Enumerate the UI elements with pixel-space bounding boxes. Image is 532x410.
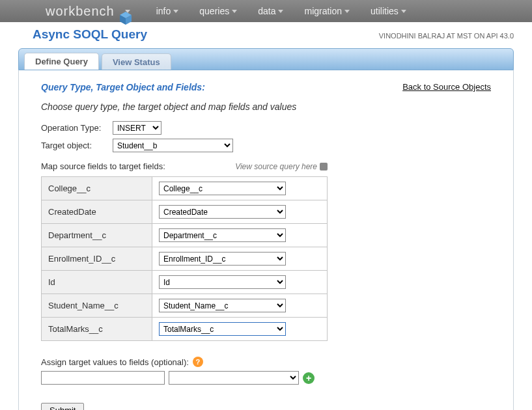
- top-nav: workbench info queries data migration: [0, 0, 532, 22]
- operation-type-select[interactable]: INSERT: [113, 121, 161, 135]
- add-icon[interactable]: +: [303, 372, 315, 384]
- assign-values-row: Assign target values to fields (optional…: [41, 357, 491, 367]
- user-context: VINODHINI BALRAJ AT MST ON API 43.0: [379, 32, 514, 40]
- nav-item-migration[interactable]: migration: [304, 6, 350, 16]
- operation-type-label: Operation Type:: [41, 123, 113, 133]
- target-field-cell: Id: [152, 271, 328, 294]
- chevron-down-icon: [401, 10, 406, 13]
- target-object-row: Target object: Student__b: [41, 139, 491, 152]
- table-row: Department__cDepartment__c: [42, 224, 328, 247]
- source-field-cell: TotalMarks__c: [42, 318, 152, 341]
- field-mapping-table: College__cCollege__cCreatedDateCreatedDa…: [41, 176, 328, 341]
- source-field-cell: Id: [42, 271, 152, 294]
- view-source-query-link[interactable]: View source query here: [235, 162, 328, 171]
- table-row: TotalMarks__cTotalMarks__c: [42, 318, 328, 341]
- operation-type-row: Operation Type: INSERT: [41, 121, 491, 135]
- target-field-select[interactable]: Id: [159, 275, 286, 289]
- target-field-select[interactable]: TotalMarks__c: [159, 322, 286, 336]
- section-description: Choose query type, the target object and…: [41, 102, 491, 112]
- target-object-label: Target object:: [41, 141, 113, 150]
- target-field-cell: CreatedDate: [152, 200, 328, 224]
- query-icon: [320, 163, 328, 171]
- chevron-down-icon: [232, 10, 237, 13]
- source-field-cell: CreatedDate: [42, 200, 152, 224]
- chevron-down-icon: [344, 10, 350, 13]
- target-field-cell: Student_Name__c: [152, 294, 328, 318]
- tab-define-query[interactable]: Define Query: [24, 53, 99, 70]
- source-field-cell: Department__c: [42, 224, 152, 247]
- help-icon[interactable]: ?: [193, 357, 203, 367]
- chevron-down-icon: [173, 10, 178, 13]
- table-row: College__cCollege__c: [42, 177, 328, 200]
- chevron-down-icon: [278, 10, 283, 13]
- table-row: CreatedDateCreatedDate: [42, 200, 328, 224]
- target-field-select[interactable]: CreatedDate: [159, 205, 286, 219]
- target-field-select[interactable]: Enrollment_ID__c: [159, 252, 286, 266]
- target-object-select[interactable]: Student__b: [113, 139, 233, 152]
- section-title: Query Type, Target Object and Fields:: [41, 82, 205, 92]
- target-field-select[interactable]: Department__c: [159, 228, 286, 242]
- target-field-cell: College__c: [152, 177, 328, 200]
- nav-item-info[interactable]: info: [156, 6, 179, 16]
- table-row: Student_Name__cStudent_Name__c: [42, 294, 328, 318]
- assign-field-select[interactable]: [169, 371, 299, 385]
- table-row: IdId: [42, 271, 328, 294]
- page-title: Async SOQL Query: [33, 27, 147, 42]
- source-field-cell: Student_Name__c: [42, 294, 152, 318]
- map-fields-label: Map source fields to target fields:: [41, 161, 165, 171]
- page-header: Async SOQL Query VINODHINI BALRAJ AT MST…: [0, 22, 532, 44]
- target-field-cell: Department__c: [152, 224, 328, 247]
- tab-view-status[interactable]: View Status: [102, 53, 171, 70]
- submit-button[interactable]: Submit: [41, 403, 84, 410]
- nav-items: info queries data migration utilities: [156, 6, 406, 16]
- tab-strip: Define Query View Status: [18, 48, 514, 70]
- nav-item-data[interactable]: data: [258, 6, 283, 16]
- source-field-cell: College__c: [42, 177, 152, 200]
- target-field-select[interactable]: College__c: [159, 182, 286, 195]
- nav-item-queries[interactable]: queries: [199, 6, 237, 16]
- target-field-cell: TotalMarks__c: [152, 318, 328, 341]
- target-field-select[interactable]: Student_Name__c: [159, 299, 286, 312]
- target-field-cell: Enrollment_ID__c: [152, 247, 328, 271]
- assign-values-label: Assign target values to fields (optional…: [41, 357, 189, 367]
- panel-body: Query Type, Target Object and Fields: Ba…: [18, 70, 514, 410]
- assign-value-input[interactable]: [41, 371, 165, 385]
- source-field-cell: Enrollment_ID__c: [42, 247, 152, 271]
- nav-item-utilities[interactable]: utilities: [371, 6, 406, 16]
- back-to-source-objects-link[interactable]: Back to Source Objects: [402, 82, 491, 92]
- brand-text: workbench: [46, 4, 115, 19]
- brand[interactable]: workbench: [46, 4, 130, 19]
- table-row: Enrollment_ID__cEnrollment_ID__c: [42, 247, 328, 271]
